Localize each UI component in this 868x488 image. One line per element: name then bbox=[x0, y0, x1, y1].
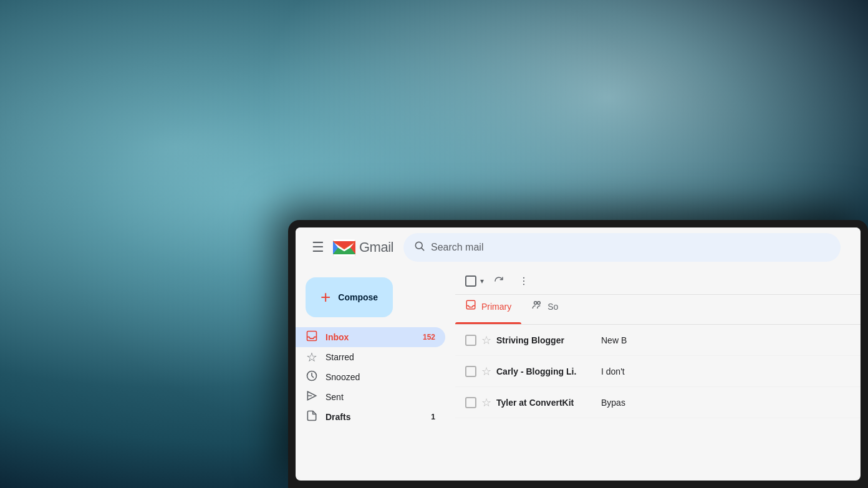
gmail-m-icon bbox=[333, 239, 355, 256]
refresh-button[interactable] bbox=[488, 270, 510, 292]
social-tab-label: So bbox=[547, 302, 558, 312]
svg-point-12 bbox=[538, 302, 541, 305]
laptop-frame: ☰ bbox=[288, 220, 868, 488]
email-checkbox-1[interactable] bbox=[465, 366, 476, 377]
svg-point-9 bbox=[523, 284, 524, 285]
gmail-header: ☰ bbox=[296, 227, 861, 267]
drafts-icon bbox=[306, 409, 318, 425]
subject-text-1: I don't bbox=[601, 366, 625, 376]
subject-1: I don't bbox=[601, 366, 851, 376]
svg-rect-10 bbox=[466, 300, 475, 309]
star-icon-2[interactable]: ☆ bbox=[481, 396, 491, 409]
tab-social[interactable]: So bbox=[521, 295, 568, 324]
star-icon-0[interactable]: ☆ bbox=[481, 333, 491, 347]
drafts-badge: 1 bbox=[431, 413, 435, 421]
subject-text-0: New B bbox=[601, 335, 627, 345]
sent-icon bbox=[306, 390, 318, 405]
sidebar-item-sent[interactable]: Sent bbox=[296, 387, 445, 407]
sidebar-item-snoozed[interactable]: Snoozed bbox=[296, 367, 445, 387]
email-row[interactable]: ☆ Striving Blogger New B bbox=[455, 325, 861, 356]
email-checkbox-0[interactable] bbox=[465, 335, 476, 346]
select-all-checkbox[interactable] bbox=[465, 275, 476, 287]
sidebar: + Compose Inbox 152 ☆ bbox=[296, 267, 455, 481]
gmail-body: + Compose Inbox 152 ☆ bbox=[296, 267, 861, 481]
svg-point-7 bbox=[523, 277, 524, 278]
snoozed-label: Snoozed bbox=[326, 372, 435, 382]
search-placeholder: Search mail bbox=[431, 242, 483, 253]
svg-rect-5 bbox=[307, 331, 317, 340]
compose-plus-icon: + bbox=[321, 287, 330, 307]
email-tabs: Primary So bbox=[455, 295, 861, 325]
email-toolbar: ▾ bbox=[455, 267, 861, 295]
snoozed-icon bbox=[306, 370, 318, 385]
more-options-button[interactable] bbox=[513, 270, 535, 292]
compose-label: Compose bbox=[338, 292, 378, 302]
gmail-logo: Gmail bbox=[333, 239, 393, 256]
email-row[interactable]: ☆ Tyler at ConvertKit Bypas bbox=[455, 387, 861, 418]
starred-label: Starred bbox=[326, 352, 435, 362]
tab-primary[interactable]: Primary bbox=[455, 295, 521, 324]
svg-point-11 bbox=[534, 302, 538, 305]
primary-tab-label: Primary bbox=[481, 302, 511, 312]
subject-text-2: Bypas bbox=[601, 398, 625, 408]
hamburger-icon: ☰ bbox=[312, 241, 324, 254]
menu-button[interactable]: ☰ bbox=[306, 235, 330, 260]
primary-tab-icon bbox=[465, 299, 476, 313]
social-tab-icon bbox=[531, 299, 542, 313]
gmail-screen: ☰ bbox=[296, 227, 861, 481]
svg-point-8 bbox=[523, 280, 524, 281]
inbox-badge: 152 bbox=[423, 333, 435, 342]
email-checkbox-2[interactable] bbox=[465, 397, 476, 408]
sender-2: Tyler at ConvertKit bbox=[496, 398, 596, 408]
starred-icon: ☆ bbox=[306, 350, 318, 365]
email-row[interactable]: ☆ Carly - Blogging Li. I don't bbox=[455, 356, 861, 387]
select-dropdown-icon[interactable]: ▾ bbox=[479, 275, 485, 287]
sender-1: Carly - Blogging Li. bbox=[496, 366, 596, 376]
sender-0: Striving Blogger bbox=[496, 335, 596, 345]
subject-2: Bypas bbox=[601, 398, 851, 408]
sidebar-item-starred[interactable]: ☆ Starred bbox=[296, 347, 445, 367]
search-bar[interactable]: Search mail bbox=[403, 233, 841, 262]
inbox-label: Inbox bbox=[326, 332, 415, 342]
compose-button[interactable]: + Compose bbox=[306, 277, 393, 317]
star-icon-1[interactable]: ☆ bbox=[481, 365, 491, 378]
sent-label: Sent bbox=[326, 392, 435, 402]
email-list: ▾ bbox=[455, 267, 861, 481]
drafts-label: Drafts bbox=[326, 412, 423, 422]
subject-0: New B bbox=[601, 335, 851, 345]
search-icon bbox=[413, 240, 426, 256]
sidebar-item-drafts[interactable]: Drafts 1 bbox=[296, 407, 445, 427]
gmail-title: Gmail bbox=[359, 239, 393, 256]
sidebar-item-inbox[interactable]: Inbox 152 bbox=[296, 327, 445, 347]
inbox-icon bbox=[306, 330, 318, 345]
